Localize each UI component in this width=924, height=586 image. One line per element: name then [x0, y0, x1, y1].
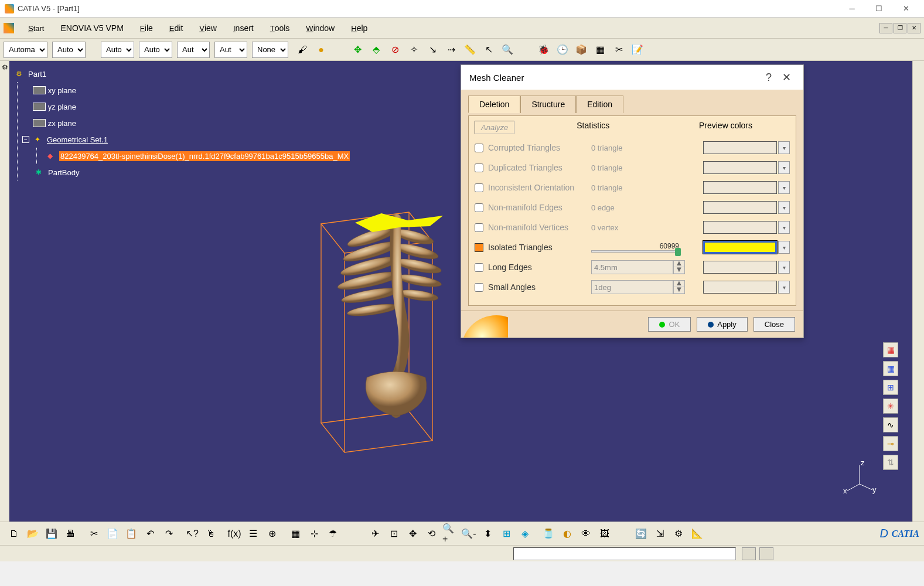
- matrix-icon[interactable]: ▦: [287, 526, 304, 542]
- gear-icon[interactable]: ⚙: [0, 63, 9, 73]
- swatch-duplicated[interactable]: [703, 161, 777, 174]
- package-icon[interactable]: 📦: [573, 42, 589, 58]
- tab-deletion[interactable]: Deletion: [468, 96, 520, 113]
- check-longedges[interactable]: [475, 263, 483, 272]
- dialog-close-button[interactable]: ✕: [778, 71, 795, 84]
- render-style-icon[interactable]: 🫙: [540, 526, 557, 542]
- clip-icon[interactable]: ✂: [611, 42, 627, 58]
- dialog-help-button[interactable]: ?: [760, 71, 778, 84]
- spin-longedges[interactable]: ▲▼: [673, 260, 685, 274]
- menu-help[interactable]: Help: [343, 21, 376, 35]
- zoom-out-icon[interactable]: 🔍-: [461, 526, 477, 542]
- swatch-dd-longedges[interactable]: ▾: [778, 261, 790, 274]
- swatch-dd-duplicated[interactable]: ▾: [778, 161, 790, 174]
- check-isolated[interactable]: [475, 243, 483, 252]
- tree-item-selected[interactable]: ◆ 822439764_203tl-spinethinsiDose(1)_nrr…: [44, 148, 350, 164]
- ruler-icon[interactable]: 📏: [462, 42, 478, 58]
- open-icon[interactable]: 📂: [25, 526, 41, 542]
- close-dlg-button[interactable]: Close: [753, 317, 795, 332]
- drop-4[interactable]: Aut: [177, 42, 210, 58]
- grid-icon[interactable]: ▦: [592, 42, 608, 58]
- tab-edition[interactable]: Edition: [576, 96, 623, 113]
- swap-icon[interactable]: 🖼: [596, 526, 613, 542]
- check-smallangles[interactable]: [475, 283, 483, 292]
- fly-icon[interactable]: ✈: [367, 526, 383, 542]
- menu-window[interactable]: Window: [298, 21, 343, 35]
- drop-2[interactable]: Auto: [101, 42, 134, 58]
- search-ban-icon[interactable]: 🔍: [499, 42, 516, 58]
- swatch-dd-nme[interactable]: ▾: [778, 201, 790, 214]
- tree-geoset[interactable]: − ✦ Geometrical Set.1: [33, 131, 350, 148]
- copy-icon[interactable]: 📄: [104, 526, 121, 542]
- status-icon-1[interactable]: [742, 547, 756, 560]
- check-corrupted[interactable]: [475, 144, 483, 152]
- analyze-button[interactable]: Analyze: [475, 121, 514, 134]
- viewport[interactable]: ⚙ Part1 xy plane yz plane zx plane −: [9, 61, 912, 522]
- doc-restore-button[interactable]: ❐: [894, 23, 906, 33]
- menu-enovia[interactable]: ENOVIA V5 VPM: [52, 21, 131, 35]
- swatch-inconsistent[interactable]: [703, 181, 777, 194]
- move-icon[interactable]: ✥: [349, 42, 366, 58]
- menu-view[interactable]: View: [191, 21, 225, 35]
- bug-icon[interactable]: 🐞: [536, 42, 552, 58]
- shading-icon[interactable]: ◐: [559, 526, 575, 542]
- doc-close-button[interactable]: ✕: [908, 23, 920, 33]
- select-icon[interactable]: ↖?: [184, 526, 200, 542]
- swatch-dd-corrupted[interactable]: ▾: [778, 141, 790, 154]
- formula-icon[interactable]: f(x): [226, 526, 243, 542]
- fit-icon[interactable]: ⊡: [386, 526, 402, 542]
- undo-icon[interactable]: ↶: [142, 526, 158, 542]
- drop-5[interactable]: Aut: [214, 42, 247, 58]
- multiview-icon[interactable]: ⊞: [498, 526, 514, 542]
- explode-icon[interactable]: ✧: [405, 42, 422, 58]
- table-icon[interactable]: ☰: [245, 526, 261, 542]
- select-arrow-icon[interactable]: ↖: [480, 42, 497, 58]
- swatch-nmv[interactable]: [703, 221, 777, 234]
- rotate-icon[interactable]: ⟲: [423, 526, 439, 542]
- rt-icon-5[interactable]: ∿: [883, 417, 898, 432]
- iso-view-icon[interactable]: ◈: [517, 526, 533, 542]
- menu-insert[interactable]: Insert: [225, 21, 262, 35]
- menu-edit[interactable]: Edit: [161, 21, 191, 35]
- redo-icon[interactable]: ↷: [161, 526, 177, 542]
- command-input[interactable]: [513, 547, 736, 560]
- zoom-in-icon[interactable]: 🔍+: [442, 526, 458, 542]
- check-nmv[interactable]: [475, 223, 483, 232]
- print-icon[interactable]: 🖶: [62, 526, 79, 542]
- minimize-button[interactable]: ─: [838, 0, 865, 18]
- report-icon[interactable]: 📝: [629, 42, 646, 58]
- rt-icon-2[interactable]: ▦: [883, 361, 898, 376]
- value-longedges[interactable]: [591, 260, 673, 274]
- status-icon-2[interactable]: [759, 547, 773, 560]
- measure-icon[interactable]: 📐: [689, 526, 705, 542]
- swatch-dd-isolated[interactable]: ▾: [778, 241, 790, 254]
- swatch-dd-smallangles[interactable]: ▾: [778, 281, 790, 294]
- no-move-icon[interactable]: ⊘: [387, 42, 403, 58]
- value-smallangles[interactable]: [591, 280, 673, 294]
- rt-icon-6[interactable]: ⊸: [883, 436, 898, 451]
- save-icon[interactable]: 💾: [43, 526, 60, 542]
- tree-root[interactable]: ⚙ Part1: [13, 66, 350, 82]
- dimension-line-icon[interactable]: ⇢: [443, 42, 459, 58]
- swatch-dd-inconsistent[interactable]: ▾: [778, 181, 790, 194]
- swatch-corrupted[interactable]: [703, 141, 777, 154]
- ok-button[interactable]: OK: [648, 317, 691, 332]
- apply-button[interactable]: Apply: [697, 317, 748, 332]
- dimension-arrow-icon[interactable]: ↘: [424, 42, 441, 58]
- swatch-dd-nmv[interactable]: ▾: [778, 221, 790, 234]
- knowledge-icon[interactable]: ⊕: [264, 526, 280, 542]
- maximize-button[interactable]: ☐: [865, 0, 892, 18]
- normal-view-icon[interactable]: ⬍: [479, 526, 496, 542]
- spin-smallangles[interactable]: ▲▼: [673, 280, 685, 294]
- tree-xy-plane[interactable]: xy plane: [33, 82, 350, 98]
- tree-partbody[interactable]: ✱ PartBody: [33, 164, 350, 180]
- slider-isolated[interactable]: 60999: [591, 242, 679, 253]
- rt-icon-1[interactable]: ▦: [883, 342, 898, 357]
- whatsthis-icon[interactable]: 🖱: [203, 526, 219, 542]
- new-icon[interactable]: 🗋: [6, 526, 22, 542]
- swatch-isolated[interactable]: [703, 241, 777, 254]
- swatch-nme[interactable]: [703, 201, 777, 214]
- rt-icon-7[interactable]: ⇅: [883, 455, 898, 470]
- sphere-icon[interactable]: ●: [313, 42, 329, 58]
- drop-0[interactable]: Automa: [4, 42, 47, 58]
